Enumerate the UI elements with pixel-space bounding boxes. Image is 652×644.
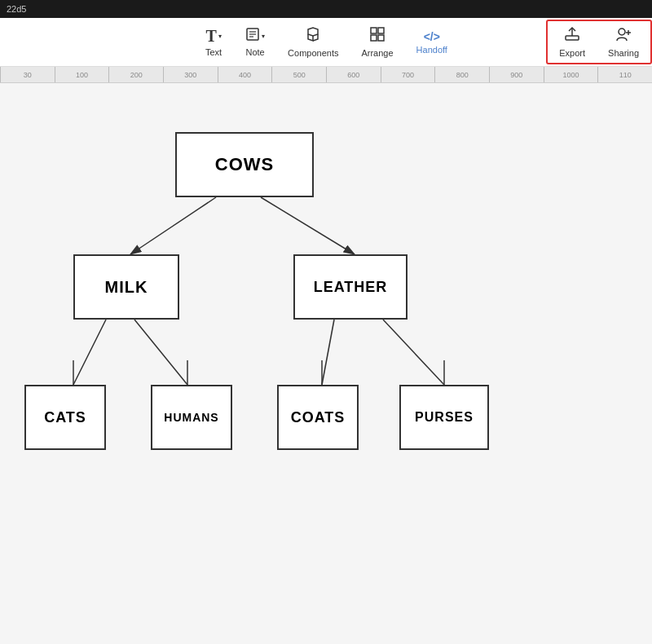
node-leather[interactable]: LEATHER <box>293 254 408 320</box>
node-purses-label: PURSES <box>415 410 474 425</box>
svg-line-16 <box>73 320 106 385</box>
toolbar-item-export[interactable]: Export <box>548 21 597 63</box>
ruler-mark: 400 <box>218 67 272 83</box>
node-humans[interactable]: HUMANS <box>151 385 232 450</box>
svg-rect-5 <box>378 28 384 33</box>
ruler-mark: 500 <box>271 67 326 83</box>
title-bar-text: 22d5 <box>7 4 26 14</box>
ruler-mark: 800 <box>434 67 489 83</box>
node-milk[interactable]: MILK <box>73 254 179 320</box>
toolbar-item-components[interactable]: Components <box>276 21 350 63</box>
ruler-mark: 110 <box>597 67 652 83</box>
toolbar-export-label: Export <box>559 48 585 58</box>
export-icon <box>564 26 580 46</box>
ruler-mark: 1000 <box>544 67 598 83</box>
ruler-mark: 600 <box>326 67 381 83</box>
diagram-arrows <box>0 83 652 644</box>
handoff-icon: </> <box>424 30 440 43</box>
components-icon <box>305 26 321 46</box>
svg-rect-4 <box>371 28 377 33</box>
toolbar-text-label: Text <box>205 47 222 57</box>
svg-line-15 <box>261 197 355 254</box>
diagram: COWS MILK LEATHER CATS HUMANS COATS PURS… <box>0 83 652 644</box>
svg-line-19 <box>383 320 444 385</box>
ruler-mark: 200 <box>108 67 163 83</box>
svg-rect-7 <box>378 35 384 41</box>
node-cows-label: COWS <box>215 154 274 175</box>
arrange-icon <box>369 26 385 46</box>
ruler-mark: 300 <box>163 67 218 83</box>
title-bar: 22d5 <box>0 0 652 18</box>
svg-line-14 <box>130 197 216 254</box>
ruler-mark: 100 <box>55 67 109 83</box>
sharing-icon <box>615 26 632 46</box>
node-leather-label: LEATHER <box>314 279 388 296</box>
ruler-marks: 30 100 200 300 400 500 600 700 800 900 1… <box>0 67 652 83</box>
svg-rect-8 <box>566 36 579 40</box>
toolbar-item-note[interactable]: ▾ Note <box>234 22 276 62</box>
svg-line-17 <box>134 320 187 385</box>
toolbar-handoff-label: Handoff <box>416 45 447 55</box>
svg-line-18 <box>322 320 334 385</box>
node-cats[interactable]: CATS <box>24 385 106 450</box>
toolbar-item-handoff[interactable]: </> Handoff <box>405 25 459 60</box>
toolbar-text-arrow: ▾ <box>218 33 222 40</box>
toolbar-item-arrange[interactable]: Arrange <box>350 21 404 63</box>
ruler: 30 100 200 300 400 500 600 700 800 900 1… <box>0 67 652 83</box>
svg-rect-6 <box>371 35 377 41</box>
toolbar-note-arrow: ▾ <box>262 33 265 40</box>
text-icon: T <box>205 27 216 46</box>
node-humans-label: HUMANS <box>164 411 218 424</box>
toolbar-components-label: Components <box>288 48 338 58</box>
ruler-mark: 700 <box>381 67 435 83</box>
svg-point-10 <box>619 29 625 35</box>
node-coats[interactable]: COATS <box>277 385 359 450</box>
node-milk-label: MILK <box>105 278 148 297</box>
toolbar: T ▾ Text ▾ Note Components Arrange </> H… <box>0 18 652 67</box>
toolbar-item-text[interactable]: T ▾ Text <box>193 22 234 62</box>
toolbar-item-sharing[interactable]: Sharing <box>597 21 650 63</box>
note-icon <box>245 27 260 46</box>
ruler-mark: 30 <box>0 67 55 83</box>
node-coats-label: COATS <box>291 409 346 426</box>
toolbar-note-label: Note <box>245 47 264 57</box>
node-purses[interactable]: PURSES <box>399 385 489 450</box>
toolbar-arrange-label: Arrange <box>361 48 393 58</box>
ruler-mark: 900 <box>489 67 544 83</box>
toolbar-sharing-label: Sharing <box>608 48 639 58</box>
canvas-area[interactable]: COWS MILK LEATHER CATS HUMANS COATS PURS… <box>0 83 652 644</box>
node-cats-label: CATS <box>44 409 86 426</box>
node-cows[interactable]: COWS <box>175 132 314 197</box>
toolbar-export-sharing-group: Export Sharing <box>546 20 652 64</box>
